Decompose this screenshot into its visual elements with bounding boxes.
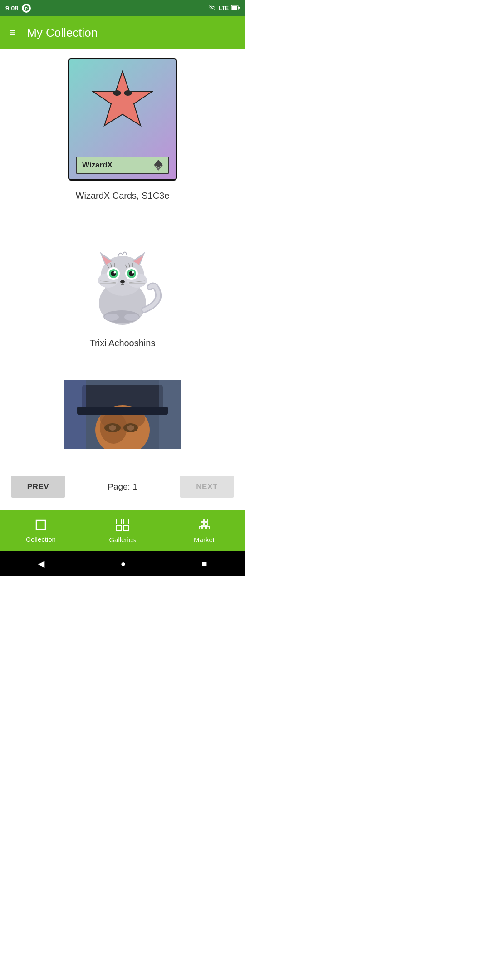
svg-rect-4 <box>232 6 237 10</box>
svg-rect-57 <box>123 526 128 531</box>
market-nav-label: Market <box>194 536 215 544</box>
market-icon <box>197 518 211 534</box>
nav-market[interactable]: Market <box>163 518 245 544</box>
app-bar: ≡ My Collection <box>0 16 245 49</box>
eth-icon <box>154 160 163 171</box>
nav-collection[interactable]: Collection <box>0 519 82 543</box>
trixi-label: Trixi Achooshins <box>90 338 156 348</box>
svg-rect-62 <box>199 526 202 529</box>
svg-point-39 <box>104 314 119 321</box>
svg-rect-58 <box>201 519 204 522</box>
galleries-nav-label: Galleries <box>109 536 136 544</box>
svg-point-23 <box>114 271 116 274</box>
svg-point-34 <box>120 280 125 284</box>
collection-nav-label: Collection <box>26 535 56 543</box>
svg-rect-53 <box>36 520 45 529</box>
page-title: My Collection <box>27 26 98 40</box>
android-nav: ◀ ● ■ <box>0 551 245 576</box>
next-button[interactable]: NEXT <box>180 476 234 498</box>
status-time: 9:08 <box>5 5 18 12</box>
back-button[interactable]: ◀ <box>38 558 44 569</box>
svg-point-27 <box>132 271 134 274</box>
svg-rect-54 <box>117 519 122 524</box>
wizardx-card-image: WizardX <box>68 58 177 181</box>
nav-galleries[interactable]: Galleries <box>82 518 163 544</box>
svg-marker-6 <box>93 71 152 126</box>
trixi-cat-svg <box>73 233 172 328</box>
svg-rect-55 <box>123 519 128 524</box>
nft-item-wizardx[interactable]: WizardX WizardX Cards, S1C3e <box>0 49 245 210</box>
status-left: 9:08 P <box>5 4 31 13</box>
recent-button[interactable]: ■ <box>201 559 207 569</box>
svg-rect-52 <box>77 407 168 415</box>
wizardx-star-svg <box>86 67 159 139</box>
wizardx-label: WizardX Cards, S1C3e <box>76 191 170 201</box>
svg-rect-64 <box>206 526 209 529</box>
svg-rect-56 <box>117 526 122 531</box>
status-right: LTE <box>208 5 240 12</box>
menu-button[interactable]: ≡ <box>9 27 16 39</box>
battery-icon <box>231 5 240 12</box>
prev-button[interactable]: PREV <box>11 476 65 498</box>
wizardx-card-name: WizardX <box>82 161 113 170</box>
content-divider <box>0 465 245 465</box>
nft-item-portrait[interactable] <box>0 371 245 462</box>
wizardx-label-bar: WizardX <box>76 157 169 174</box>
collection-icon <box>34 519 47 533</box>
wizardx-card: WizardX <box>68 58 177 181</box>
portrait-painting <box>64 380 181 449</box>
svg-point-40 <box>124 314 139 321</box>
svg-rect-60 <box>201 523 204 525</box>
trixi-cat-image <box>73 233 172 328</box>
page-info: Page: 1 <box>108 482 137 492</box>
pagination-bar: PREV Page: 1 NEXT <box>0 468 245 506</box>
svg-rect-61 <box>205 523 207 525</box>
svg-point-49 <box>127 425 134 431</box>
status-app-icon: P <box>22 4 31 13</box>
signal-icon: LTE <box>219 5 229 11</box>
main-content: WizardX WizardX Cards, S1C3e <box>0 49 245 510</box>
portrait-svg <box>64 380 181 449</box>
galleries-icon <box>116 518 129 534</box>
svg-point-48 <box>109 425 116 431</box>
svg-text:P: P <box>25 6 28 11</box>
portrait-image-wrapper <box>64 380 181 449</box>
home-button[interactable]: ● <box>120 559 126 569</box>
svg-rect-63 <box>203 526 206 529</box>
wizardx-star-container <box>86 67 159 139</box>
svg-marker-9 <box>154 160 163 167</box>
nft-item-trixi[interactable]: Trixi Achooshins <box>0 224 245 358</box>
svg-rect-59 <box>205 519 207 522</box>
svg-rect-5 <box>238 7 240 9</box>
wifi-icon <box>208 5 216 12</box>
svg-point-7 <box>113 90 121 96</box>
status-bar: 9:08 P LTE <box>0 0 245 16</box>
bottom-nav: Collection Galleries Market <box>0 510 245 551</box>
svg-point-8 <box>124 90 132 96</box>
